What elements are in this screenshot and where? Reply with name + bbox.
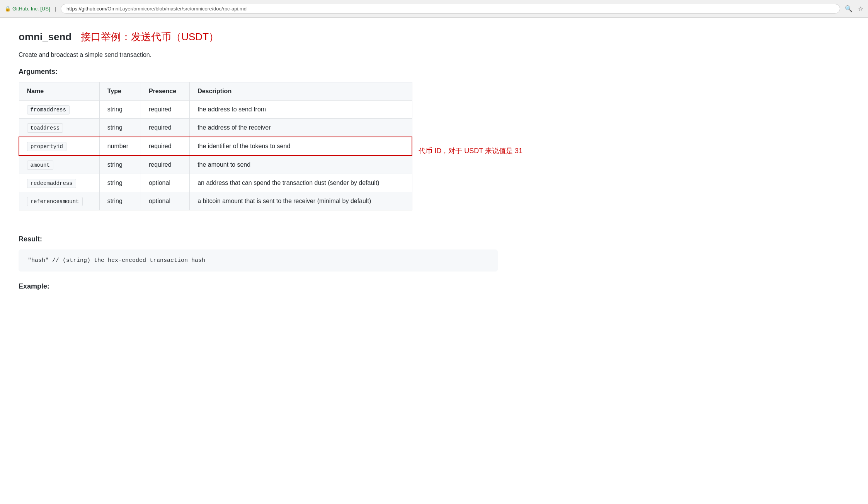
example-section-title: Example:: [19, 282, 523, 290]
param-description: the identifier of the tokens to send: [190, 137, 412, 155]
url-bar[interactable]: https://github.com/OmniLayer/omnicore/bl…: [61, 4, 840, 14]
param-description: a bitcoin amount that is sent to the rec…: [190, 192, 412, 210]
param-description: an address that can spend the transactio…: [190, 174, 412, 192]
table-row: amountstringrequiredthe amount to send: [19, 155, 412, 174]
col-description: Description: [190, 82, 412, 101]
lock-icon: 🔒: [5, 6, 11, 12]
table-row: referenceamountstringoptionala bitcoin a…: [19, 192, 412, 210]
page-description: Create and broadcast a simple send trans…: [19, 51, 523, 58]
param-type: number: [99, 137, 141, 155]
param-presence: required: [141, 155, 189, 174]
url-path: /OmniLayer/omnicore/blob/master/src/omni…: [106, 6, 247, 12]
param-presence: required: [141, 101, 189, 119]
param-name: fromaddress: [27, 105, 70, 114]
param-name: toaddress: [27, 123, 63, 133]
propertyid-annotation: 代币 ID，对于 USDT 来说值是 31: [419, 146, 523, 155]
browser-icons: 🔍 ☆: [845, 5, 863, 12]
url-separator: |: [55, 6, 56, 12]
page-content: omni_send 接口举例：发送代币（USDT） Create and bro…: [0, 18, 541, 303]
result-section: Result: "hash" // (string) the hex-encod…: [19, 235, 523, 272]
param-presence: required: [141, 119, 189, 137]
table-row: fromaddressstringrequiredthe address to …: [19, 101, 412, 119]
param-name: amount: [27, 161, 53, 170]
browser-chrome: 🔒 GitHub, Inc. [US] | https://github.com…: [0, 0, 868, 18]
col-presence: Presence: [141, 82, 189, 101]
table-row: propertyidnumberrequiredthe identifier o…: [19, 137, 412, 155]
param-description: the address of the receiver: [190, 119, 412, 137]
chinese-title: 接口举例：发送代币（USDT）: [81, 30, 219, 44]
param-name: propertyid: [27, 142, 66, 151]
param-type: string: [99, 155, 141, 174]
bookmark-icon[interactable]: ☆: [858, 5, 863, 12]
result-section-title: Result:: [19, 235, 523, 243]
table-annotation: 代币 ID，对于 USDT 来说值是 31: [412, 82, 523, 155]
security-badge: 🔒 GitHub, Inc. [US]: [5, 6, 50, 12]
url-text: https://github.com/OmniLayer/omnicore/bl…: [66, 6, 247, 12]
api-name: omni_send: [19, 31, 71, 43]
param-description: the amount to send: [190, 155, 412, 174]
result-code-block: "hash" // (string) the hex-encoded trans…: [19, 249, 498, 272]
example-section: Example:: [19, 282, 523, 290]
table-header-row: Name Type Presence Description: [19, 82, 412, 101]
search-icon[interactable]: 🔍: [845, 5, 853, 12]
security-label: GitHub, Inc. [US]: [12, 6, 50, 12]
table-container: Name Type Presence Description fromaddre…: [19, 82, 523, 223]
param-description: the address to send from: [190, 101, 412, 119]
param-presence: required: [141, 137, 189, 155]
param-type: string: [99, 192, 141, 210]
param-type: string: [99, 101, 141, 119]
url-base: https://github.com: [66, 6, 106, 12]
col-name: Name: [19, 82, 99, 101]
param-type: string: [99, 119, 141, 137]
result-code: "hash" // (string) the hex-encoded trans…: [28, 257, 205, 264]
table-row: toaddressstringrequiredthe address of th…: [19, 119, 412, 137]
param-name: redeemaddress: [27, 179, 76, 188]
arguments-table: Name Type Presence Description fromaddre…: [19, 82, 412, 210]
param-name: referenceamount: [27, 197, 83, 206]
col-type: Type: [99, 82, 141, 101]
param-presence: optional: [141, 174, 189, 192]
table-row: redeemaddressstringoptionalan address th…: [19, 174, 412, 192]
arguments-section-title: Arguments:: [19, 68, 523, 76]
page-header: omni_send 接口举例：发送代币（USDT）: [19, 30, 523, 44]
param-presence: optional: [141, 192, 189, 210]
param-type: string: [99, 174, 141, 192]
